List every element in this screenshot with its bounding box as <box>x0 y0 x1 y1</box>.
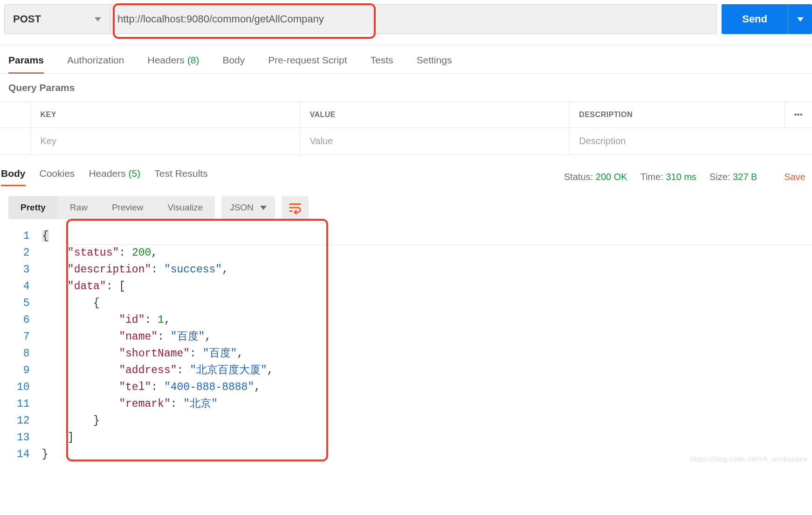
checkbox-cell[interactable] <box>0 128 31 155</box>
view-controls: Pretty Raw Preview Visualize JSON <box>0 186 812 226</box>
checkbox-col <box>0 102 31 128</box>
tab-label: Authorization <box>67 55 124 65</box>
query-params-table: KEY VALUE DESCRIPTION ••• <box>0 102 812 155</box>
tab-label: Headers <box>147 55 184 65</box>
wrap-lines-button[interactable] <box>282 196 309 219</box>
tab-params[interactable]: Params <box>8 55 44 73</box>
tab-label: Tests <box>370 55 393 65</box>
resp-tab-body[interactable]: Body <box>1 168 26 186</box>
save-response-link[interactable]: Save <box>784 172 806 182</box>
send-button[interactable]: Send <box>722 4 788 34</box>
view-mode-preview[interactable]: Preview <box>100 196 156 219</box>
format-select[interactable]: JSON <box>221 196 275 219</box>
tab-label: Params <box>8 55 44 65</box>
tab-label: Body <box>1 168 26 179</box>
time-value: 310 ms <box>666 172 697 182</box>
col-key: KEY <box>31 102 300 128</box>
view-mode-raw[interactable]: Raw <box>58 196 100 219</box>
send-more-button[interactable] <box>788 4 812 34</box>
description-input[interactable] <box>570 128 812 154</box>
status-group: Status: 200 OK <box>564 172 627 182</box>
tab-label: Pre-request Script <box>268 55 347 65</box>
response-tabs: Body Cookies Headers (5) Test Results <box>1 168 208 186</box>
table-row <box>0 128 812 155</box>
size-label: Size: <box>709 172 730 182</box>
bulk-edit-toggle[interactable]: ••• <box>784 102 812 128</box>
tab-label: Body <box>222 55 245 65</box>
http-method-label: POST <box>13 13 41 25</box>
tab-label: Settings <box>417 55 452 65</box>
tab-label: Headers <box>89 168 125 179</box>
view-mode-segment: Pretty Raw Preview Visualize <box>8 196 215 219</box>
table-header-row: KEY VALUE DESCRIPTION ••• <box>0 102 812 128</box>
editor-rule <box>69 244 812 245</box>
response-bar: Body Cookies Headers (5) Test Results St… <box>0 155 812 186</box>
tab-label: Test Results <box>154 168 207 179</box>
code-content: { "status": 200, "description": "success… <box>38 228 274 463</box>
request-bar: POST Send <box>0 0 812 38</box>
status-value: 200 OK <box>596 172 627 182</box>
tab-settings[interactable]: Settings <box>417 55 452 73</box>
resp-tab-cookies[interactable]: Cookies <box>40 168 75 186</box>
http-method-select[interactable]: POST <box>5 5 110 34</box>
request-tabs: Params Authorization Headers (8) Body Pr… <box>0 45 812 73</box>
tab-tests[interactable]: Tests <box>370 55 393 73</box>
tab-label: Cookies <box>40 168 75 179</box>
size-value: 327 B <box>733 172 757 182</box>
response-meta: Status: 200 OK Time: 310 ms Size: 327 B … <box>564 172 812 182</box>
send-button-group: Send <box>722 4 812 34</box>
request-url-input[interactable] <box>115 5 712 34</box>
time-group: Time: 310 ms <box>640 172 696 182</box>
key-input[interactable] <box>31 128 300 154</box>
response-body-viewer: 1 2 3 4 5 6 7 8 9 10 11 12 13 14 { "stat… <box>0 226 812 463</box>
chevron-down-icon <box>95 17 101 21</box>
resp-tab-test-results[interactable]: Test Results <box>154 168 207 186</box>
code-area[interactable]: 1 2 3 4 5 6 7 8 9 10 11 12 13 14 { "stat… <box>0 226 812 463</box>
watermark: https://blog.csdn.net/ch_workspace <box>690 455 807 463</box>
view-mode-visualize[interactable]: Visualize <box>155 196 215 219</box>
col-description: DESCRIPTION <box>570 102 784 128</box>
size-group: Size: 327 B <box>709 172 757 182</box>
wrap-icon <box>288 201 302 215</box>
tab-pre-request[interactable]: Pre-request Script <box>268 55 347 73</box>
line-numbers: 1 2 3 4 5 6 7 8 9 10 11 12 13 14 <box>0 228 38 463</box>
tab-body[interactable]: Body <box>222 55 245 73</box>
method-url-group: POST <box>4 4 717 34</box>
chevron-down-icon <box>260 206 267 210</box>
value-input[interactable] <box>300 128 569 154</box>
headers-count: (8) <box>187 55 200 65</box>
status-label: Status: <box>564 172 593 182</box>
chevron-down-icon <box>797 17 804 21</box>
col-value: VALUE <box>300 102 570 128</box>
request-tabs-border: Params Authorization Headers (8) Body Pr… <box>0 45 812 74</box>
headers-count: (5) <box>129 168 141 179</box>
time-label: Time: <box>640 172 663 182</box>
tab-headers[interactable]: Headers (8) <box>147 55 199 73</box>
url-input-wrap <box>110 5 716 34</box>
resp-tab-headers[interactable]: Headers (5) <box>89 168 140 186</box>
query-params-title: Query Params <box>0 74 812 102</box>
format-label: JSON <box>230 202 254 213</box>
view-mode-pretty[interactable]: Pretty <box>8 196 58 219</box>
tab-authorization[interactable]: Authorization <box>67 55 124 73</box>
